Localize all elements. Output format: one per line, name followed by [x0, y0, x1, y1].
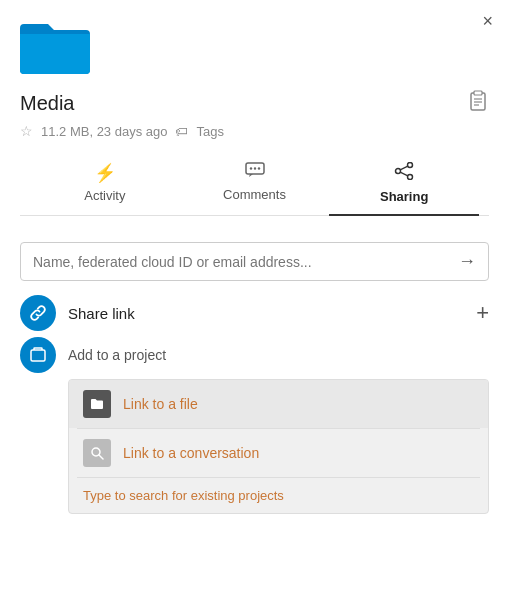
- dropdown-panel: Link to a file Link to a conversation Ty…: [68, 379, 489, 514]
- share-link-row: Share link +: [20, 295, 489, 331]
- project-row: Add to a project: [20, 337, 489, 373]
- edit-svg: [467, 90, 489, 112]
- folder-icon: [20, 20, 90, 76]
- tab-sharing-label: Sharing: [380, 189, 428, 204]
- close-button[interactable]: ×: [482, 12, 493, 30]
- svg-line-12: [400, 166, 408, 170]
- comments-icon: [245, 162, 265, 183]
- svg-point-7: [253, 167, 255, 169]
- dropdown-hint-text: Type to search for existing projects: [83, 488, 284, 503]
- project-svg: [29, 346, 47, 364]
- project-icon: [20, 337, 56, 373]
- svg-point-8: [257, 167, 259, 169]
- edit-icon[interactable]: [467, 90, 489, 117]
- tags-label: Tags: [196, 124, 223, 139]
- svg-point-10: [408, 175, 413, 180]
- share-link-icon: [20, 295, 56, 331]
- star-icon: ☆: [20, 123, 33, 139]
- conversation-link-icon: [83, 439, 111, 467]
- search-input[interactable]: [33, 254, 458, 270]
- file-link-icon: [83, 390, 111, 418]
- sharing-icon: [394, 162, 414, 185]
- comments-svg: [245, 162, 265, 178]
- dropdown-hint: Type to search for existing projects: [69, 478, 488, 513]
- tab-sharing[interactable]: Sharing: [329, 154, 479, 216]
- folder-file-svg: [90, 397, 104, 411]
- share-link-label: Share link: [68, 305, 476, 322]
- link-file-label: Link to a file: [123, 396, 198, 412]
- header: Media ☆ 11.2 MB, 23 days ago 🏷 Tags ⚡ Ac…: [0, 0, 509, 226]
- folder-icon-wrap: [20, 20, 489, 80]
- add-share-link-button[interactable]: +: [476, 302, 489, 324]
- svg-rect-14: [31, 350, 45, 361]
- svg-point-9: [408, 163, 413, 168]
- tag-icon: 🏷: [175, 124, 188, 139]
- svg-rect-1: [474, 91, 482, 95]
- tabs: ⚡ Activity Comments: [20, 153, 489, 216]
- svg-point-6: [249, 167, 251, 169]
- dropdown-item-link-conversation[interactable]: Link to a conversation: [69, 429, 488, 477]
- sharing-svg: [394, 162, 414, 180]
- svg-line-13: [400, 172, 408, 176]
- folder-title-row: Media: [20, 90, 489, 117]
- activity-icon: ⚡: [94, 162, 116, 184]
- link-conversation-label: Link to a conversation: [123, 445, 259, 461]
- search-convo-svg: [90, 446, 104, 460]
- project-label: Add to a project: [68, 347, 166, 363]
- dropdown-item-link-file[interactable]: Link to a file: [69, 380, 488, 428]
- svg-line-16: [99, 455, 103, 459]
- tab-comments-label: Comments: [223, 187, 286, 202]
- link-svg: [29, 304, 47, 322]
- tab-activity-label: Activity: [84, 188, 125, 203]
- folder-name: Media: [20, 92, 74, 115]
- folder-meta: 11.2 MB, 23 days ago: [41, 124, 167, 139]
- search-arrow-icon[interactable]: →: [458, 251, 476, 272]
- meta-row: ☆ 11.2 MB, 23 days ago 🏷 Tags: [20, 123, 489, 139]
- content: → Share link + Add to a project: [0, 226, 509, 530]
- tab-comments[interactable]: Comments: [180, 154, 330, 216]
- search-row: →: [20, 242, 489, 281]
- tab-activity[interactable]: ⚡ Activity: [30, 154, 180, 216]
- svg-point-11: [396, 169, 401, 174]
